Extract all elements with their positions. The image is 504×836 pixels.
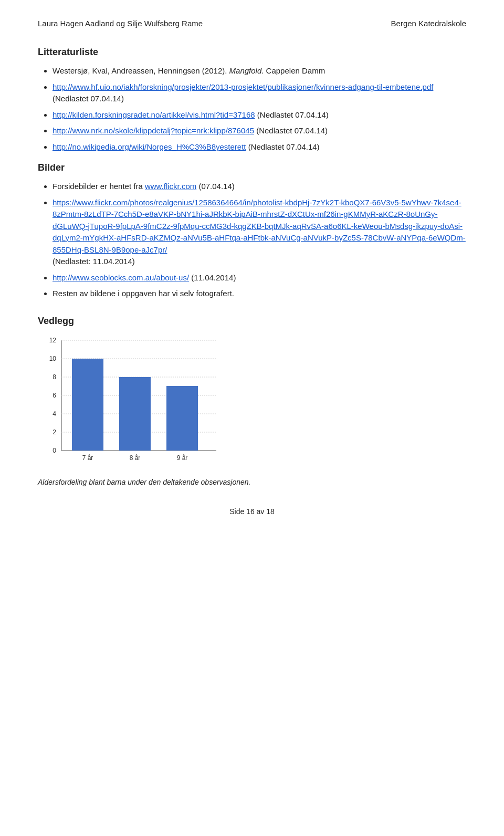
list-item: Westersjø, Kval, Andreassen, Henningsen … xyxy=(52,65,466,77)
item-text: Resten av bildene i oppgaven har vi selv… xyxy=(52,289,234,298)
bar-8ar xyxy=(119,377,151,451)
svg-text:7 år: 7 år xyxy=(82,454,93,462)
link-seoblocks[interactable]: http://www.seoblocks.com.au/about-us/ xyxy=(52,273,189,282)
item-suffix: (Nedlastet 07.04.14) xyxy=(246,142,320,151)
bilder-list: Forsidebilder er hentet fra www.flickr.c… xyxy=(38,181,466,300)
list-item: Resten av bildene i oppgaven har vi selv… xyxy=(52,288,466,300)
litteratur-list: Westersjø, Kval, Andreassen, Henningsen … xyxy=(38,65,466,153)
chart-area: 0 2 4 6 8 10 12 7 xyxy=(38,335,227,472)
link-kilden[interactable]: http://kilden.forskningsradet.no/artikke… xyxy=(52,110,255,119)
list-item: http://www.seoblocks.com.au/about-us/ (1… xyxy=(52,272,466,284)
svg-text:0: 0 xyxy=(52,447,56,454)
list-item: Forsidebilder er hentet fra www.flickr.c… xyxy=(52,181,466,193)
item-text: Westersjø, Kval, Andreassen, Henningsen … xyxy=(52,66,325,75)
list-item: http://www.nrk.no/skole/klippdetalj?topi… xyxy=(52,125,466,137)
item-suffix: (Nedlastet: 11.04.2014) xyxy=(52,257,135,266)
svg-text:2: 2 xyxy=(52,429,56,436)
svg-text:4: 4 xyxy=(52,410,56,417)
bar-7ar xyxy=(72,359,103,451)
svg-text:8 år: 8 år xyxy=(130,454,141,462)
link-flickr-main[interactable]: www.flickr.com xyxy=(145,182,196,191)
list-item: http://www.hf.uio.no/iakh/forskning/pros… xyxy=(52,81,466,105)
item-suffix: (Nedlastet 07.04.14) xyxy=(52,94,124,103)
svg-text:6: 6 xyxy=(52,392,56,399)
chart-caption: Aldersfordeling blant barna under den de… xyxy=(38,478,466,486)
page-number: Side 16 av 18 xyxy=(229,507,275,516)
link-flickr-long[interactable]: https://www.flickr.com/photos/realgenius… xyxy=(52,198,466,254)
list-item: http://kilden.forskningsradet.no/artikke… xyxy=(52,109,466,121)
item-text: Forsidebilder er hentet fra xyxy=(52,182,145,191)
header-right: Bergen Katedralskole xyxy=(391,19,466,28)
item-suffix: (07.04.14) xyxy=(196,182,235,191)
link-wikipedia[interactable]: http://no.wikipedia.org/wiki/Norges_H%C3… xyxy=(52,142,246,151)
litteratur-section: Litteraturliste Westersjø, Kval, Andreas… xyxy=(38,47,466,153)
svg-text:9 år: 9 år xyxy=(177,454,188,462)
bar-chart: 0 2 4 6 8 10 12 7 xyxy=(38,335,227,472)
svg-text:10: 10 xyxy=(49,355,57,362)
item-suffix: (Nedlastet 07.04.14) xyxy=(254,126,328,135)
link-nrk[interactable]: http://www.nrk.no/skole/klippdetalj?topi… xyxy=(52,126,254,135)
link-hf-uio[interactable]: http://www.hf.uio.no/iakh/forskning/pros… xyxy=(52,82,433,91)
item-suffix: (11.04.2014) xyxy=(189,273,236,282)
item-suffix: (Nedlastet 07.04.14) xyxy=(255,110,329,119)
list-item: https://www.flickr.com/photos/realgenius… xyxy=(52,197,466,268)
bilder-section: Bilder Forsidebilder er hentet fra www.f… xyxy=(38,162,466,300)
header-left: Laura Hagen Aadland og Silje Wulfsberg R… xyxy=(38,19,203,28)
bilder-title: Bilder xyxy=(38,162,466,173)
list-item: http://no.wikipedia.org/wiki/Norges_H%C3… xyxy=(52,141,466,153)
vedlegg-section: Vedlegg 0 2 4 6 xyxy=(38,316,466,486)
litteratur-title: Litteraturliste xyxy=(38,47,466,58)
page-footer: Side 16 av 18 xyxy=(38,507,466,516)
svg-text:8: 8 xyxy=(52,373,56,381)
bar-9ar xyxy=(166,386,198,451)
svg-text:12: 12 xyxy=(49,337,57,344)
vedlegg-title: Vedlegg xyxy=(38,316,466,327)
